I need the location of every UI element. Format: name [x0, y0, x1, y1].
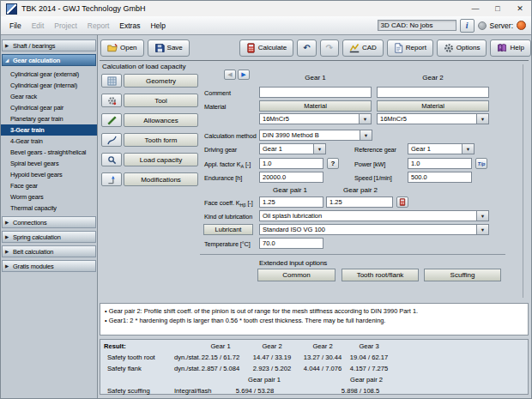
modifications-button[interactable]: Modifications — [124, 172, 198, 186]
magnifier-icon — [107, 155, 117, 165]
sidebar-item-cylindrical-gear-external[interactable]: Cylindrical gear (external) — [1, 69, 97, 80]
dropdown-arrow-icon[interactable]: ▼ — [462, 144, 474, 154]
calc-method-label: Calculation method — [204, 132, 257, 140]
gear2-column-header: Gear 2 — [377, 74, 489, 82]
tooth-form-icon-button[interactable] — [101, 133, 122, 147]
undo-button[interactable]: ↶ — [297, 39, 316, 57]
endurance-input[interactable] — [259, 172, 323, 183]
info-button[interactable]: i — [460, 19, 475, 33]
material-gear1-button[interactable]: Material — [259, 100, 372, 112]
warning-box: • Gear pair 2: Profile shift coeff. of t… — [100, 303, 529, 336]
sidebar-section-spring-calculation[interactable]: ▶ Spring calculation — [2, 231, 96, 243]
face-coeff-calculator-button[interactable] — [396, 196, 408, 208]
cad-button[interactable]: CAD — [342, 39, 384, 57]
sidebar-item-hypoid-bevel-gears[interactable]: Hypoid bevel gears — [1, 169, 97, 180]
material-gear1-select[interactable]: 16MnCr5 ▼ — [259, 113, 372, 124]
sidebar-item-worm-gears[interactable]: Worm gears — [1, 191, 97, 203]
sidebar-item-cylindrical-gear-internal[interactable]: Cylindrical gear (internal) — [1, 80, 97, 91]
extended-scuffing-button[interactable]: Scuffing — [424, 269, 501, 281]
dropdown-arrow-icon[interactable]: ▼ — [359, 114, 371, 124]
lubrication-select[interactable]: Oil splash lubrication ▼ — [259, 210, 489, 221]
sidebar-section-shaft-bearings[interactable]: ▶ Shaft / bearings — [2, 39, 96, 51]
dropdown-arrow-icon[interactable]: ▼ — [476, 114, 488, 124]
sidebar-section-connections[interactable]: ▶ Connections — [2, 216, 96, 228]
server-label: Server: — [490, 21, 513, 30]
face-coeff-pair2-input[interactable] — [326, 196, 393, 208]
redo-button[interactable]: ↷ — [320, 39, 339, 57]
comment-gear2-input[interactable] — [377, 87, 489, 98]
minimize-button[interactable]: — — [464, 1, 487, 16]
tooth-form-button[interactable]: Tooth form — [124, 133, 198, 147]
dropdown-arrow-icon[interactable]: ▼ — [476, 211, 488, 221]
sidebar-item-planetary-gear-train[interactable]: Planetary gear train — [1, 113, 97, 124]
sidebar-item-spiral-bevel-gears[interactable]: Spiral bevel gears — [1, 158, 97, 169]
sidebar-item-3-gear-train[interactable]: 3-Gear train — [1, 124, 97, 136]
menu-extras[interactable]: Extras — [114, 20, 145, 32]
sidebar-section-belt-calculation[interactable]: ▶ Belt calculation — [2, 245, 96, 257]
result-value: 19.04 / 62.17 — [342, 354, 396, 361]
cad-label: CAD — [362, 44, 377, 51]
help-button[interactable]: Help — [490, 39, 530, 57]
material-gear2-button[interactable]: Material — [377, 100, 489, 112]
sidebar-item-gear-rack[interactable]: Gear rack — [1, 91, 97, 102]
gear-icon — [444, 43, 454, 53]
extended-tooth-root-flank-button[interactable]: Tooth root/flank — [342, 269, 419, 281]
app-window: TBK 2014 - GWJ Technology GmbH — □ ✕ Fil… — [0, 0, 532, 399]
tool-button[interactable]: Tool — [124, 94, 198, 107]
collapsed-arrow-icon: ▶ — [5, 220, 13, 225]
material-gear2-select[interactable]: 16MnCr5 ▼ — [377, 113, 489, 124]
sidebar-section-label: Gear calculation — [13, 57, 60, 64]
dropdown-arrow-icon[interactable]: ▼ — [313, 144, 325, 154]
toolbar-separator — [100, 60, 529, 61]
lubricant-select[interactable]: Standard ISO VG 100 ▼ — [259, 224, 489, 235]
sidebar-section-gratis-modules[interactable]: ▶ Gratis modules — [2, 260, 96, 272]
power-input[interactable] — [408, 158, 472, 169]
speed-label: Speed [1/min] — [354, 174, 392, 182]
maximize-button[interactable]: □ — [487, 1, 509, 16]
calc-method-select[interactable]: DIN 3990 Method B ▼ — [259, 130, 372, 141]
warning-line: • Gear1: 2 * hardening depth is larger t… — [105, 316, 523, 325]
dropdown-arrow-icon[interactable]: ▼ — [360, 130, 372, 140]
sidebar-item-thermal-capacity[interactable]: Thermal capacity — [1, 203, 97, 214]
calculate-button[interactable]: Calculate — [239, 39, 293, 57]
speed-input[interactable] — [408, 172, 472, 183]
sidebar-item-cylindrical-gear-pair[interactable]: Cylindrical gear pair — [1, 102, 97, 113]
load-capacity-button[interactable]: Load capacity — [124, 153, 198, 166]
sidebar-item-face-gear[interactable]: Face gear — [1, 180, 97, 191]
extended-common-button[interactable]: Common — [257, 269, 336, 281]
close-button[interactable]: ✕ — [509, 1, 531, 16]
gear-calculation-items: Cylindrical gear (external) Cylindrical … — [1, 69, 97, 214]
sidebar-section-gear-calculation[interactable]: ◢ Gear calculation — [2, 54, 96, 66]
geometry-button[interactable]: Geometry — [124, 74, 198, 88]
sidebar-item-bevel-gears[interactable]: Bevel gears - straight/helical — [1, 147, 97, 158]
torque-power-toggle-button[interactable]: T/p — [475, 158, 487, 169]
load-capacity-icon-button[interactable] — [101, 153, 122, 166]
dropdown-arrow-icon[interactable]: ▼ — [476, 225, 488, 234]
report-button[interactable]: Report — [387, 39, 433, 57]
material-label: Material — [204, 103, 226, 111]
allowances-button[interactable]: Allowances — [124, 113, 198, 127]
expanded-arrow-icon: ◢ — [5, 57, 13, 63]
tooth-profile-icon — [107, 136, 117, 145]
geometry-icon-button[interactable] — [101, 74, 122, 88]
options-button[interactable]: Options — [437, 39, 487, 57]
comment-gear1-input[interactable] — [259, 87, 372, 98]
sidebar-item-4-gear-train[interactable]: 4-Gear train — [1, 136, 97, 147]
appl-factor-input[interactable] — [259, 158, 323, 169]
temperature-input[interactable] — [259, 238, 323, 249]
modifications-icon-button[interactable] — [101, 172, 122, 186]
face-coeff-pair1-input[interactable] — [259, 196, 323, 208]
appl-factor-help-button[interactable]: ? — [327, 158, 339, 169]
lubricant-button[interactable]: Lubricant — [203, 224, 253, 235]
tool-icon-button[interactable] — [101, 94, 122, 107]
save-button[interactable]: Save — [148, 39, 190, 57]
menu-help[interactable]: Help — [145, 20, 170, 32]
collapsed-arrow-icon: ▶ — [5, 234, 13, 239]
reference-gear-select[interactable]: Gear 1 ▼ — [408, 143, 475, 154]
allowances-icon-button[interactable] — [101, 113, 122, 127]
menu-file[interactable]: File — [4, 20, 27, 32]
open-button[interactable]: Open — [100, 39, 144, 57]
driving-gear-select[interactable]: Gear 1 ▼ — [259, 143, 326, 154]
next-gear-arrow-button[interactable]: ▶ — [238, 70, 250, 80]
app-logo-icon — [6, 3, 17, 15]
